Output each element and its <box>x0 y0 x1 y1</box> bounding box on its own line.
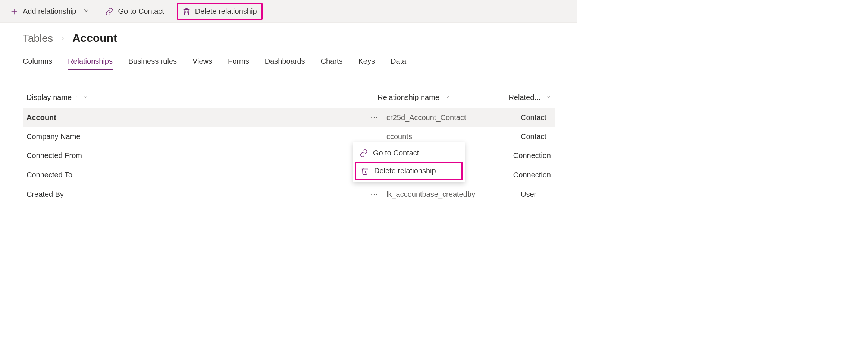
cell-display-name: Connected From <box>26 151 357 160</box>
chevron-down-icon <box>445 94 450 101</box>
breadcrumb-root[interactable]: Tables <box>23 32 53 44</box>
content-area: Tables Account Columns Relationships Bus… <box>0 23 577 204</box>
column-header-related-label: Related... <box>508 93 540 102</box>
trash-icon <box>361 167 369 175</box>
delete-relationship-button[interactable]: Delete relationship <box>177 3 263 20</box>
link-icon <box>105 7 113 16</box>
row-more-actions[interactable]: ⋯ <box>362 190 386 199</box>
command-bar: Add relationship Go to Contact Delete re… <box>0 0 577 23</box>
cell-display-name: Account <box>26 113 362 122</box>
column-header-relationship-name-label: Relationship name <box>377 93 439 102</box>
table-row[interactable]: Connected From s1 Connection <box>23 146 555 165</box>
table-header: Display name ↑ Relationship name Related… <box>23 93 555 108</box>
context-menu: Go to Contact Delete relationship <box>353 142 465 182</box>
link-icon <box>360 149 368 157</box>
goto-contact-label: Go to Contact <box>118 7 164 16</box>
column-header-related[interactable]: Related... <box>508 93 551 102</box>
table-row[interactable]: Company Name ccounts Contact <box>23 127 555 146</box>
cell-related: Contact <box>521 113 551 122</box>
tab-charts[interactable]: Charts <box>321 57 343 70</box>
tab-views[interactable]: Views <box>192 57 212 70</box>
column-header-relationship-name[interactable]: Relationship name <box>377 93 508 102</box>
add-relationship-label: Add relationship <box>23 7 76 16</box>
column-header-display-name-label: Display name <box>26 93 72 102</box>
cell-relationship-name: ccounts <box>386 132 521 141</box>
cell-relationship-name: cr25d_Account_Contact <box>386 113 521 122</box>
context-delete-label: Delete relationship <box>374 167 436 175</box>
app-frame: Add relationship Go to Contact Delete re… <box>0 0 577 231</box>
chevron-down-icon <box>83 94 88 101</box>
cell-relationship-name: lk_accountbase_createdby <box>386 190 521 199</box>
table-row[interactable]: Connected To ⋯ account_connections2 Conn… <box>23 165 555 184</box>
plus-icon <box>10 7 18 16</box>
cell-display-name: Created By <box>26 190 362 199</box>
chevron-down-icon <box>82 6 90 16</box>
table-row[interactable]: Created By ⋯ lk_accountbase_createdby Us… <box>23 184 555 204</box>
cell-related: User <box>521 190 551 199</box>
add-relationship-button[interactable]: Add relationship <box>8 5 93 18</box>
context-delete-relationship[interactable]: Delete relationship <box>355 162 463 180</box>
cell-display-name: Connected To <box>26 171 357 179</box>
context-goto-label: Go to Contact <box>373 149 419 157</box>
tab-bar: Columns Relationships Business rules Vie… <box>23 57 555 71</box>
cell-display-name: Company Name <box>26 132 362 141</box>
tab-dashboards[interactable]: Dashboards <box>265 57 305 70</box>
tab-data[interactable]: Data <box>391 57 406 70</box>
tab-business-rules[interactable]: Business rules <box>128 57 177 70</box>
tab-keys[interactable]: Keys <box>358 57 375 70</box>
delete-relationship-label: Delete relationship <box>195 7 257 16</box>
breadcrumb-current: Account <box>72 32 117 44</box>
cell-related: Connection <box>513 151 551 160</box>
context-goto-contact[interactable]: Go to Contact <box>353 144 465 162</box>
cell-related: Connection <box>513 171 551 179</box>
column-header-display-name[interactable]: Display name ↑ <box>26 93 377 102</box>
chevron-down-icon <box>546 94 551 101</box>
table-row[interactable]: Account ⋯ cr25d_Account_Contact Contact <box>23 108 555 127</box>
breadcrumb: Tables Account <box>23 32 555 44</box>
goto-contact-button[interactable]: Go to Contact <box>103 6 166 17</box>
chevron-right-icon <box>60 34 66 44</box>
row-more-actions[interactable]: ⋯ <box>362 113 386 122</box>
sort-asc-icon: ↑ <box>75 94 78 101</box>
tab-relationships[interactable]: Relationships <box>68 57 113 70</box>
cell-related: Contact <box>521 132 551 141</box>
tab-forms[interactable]: Forms <box>228 57 249 70</box>
tab-columns[interactable]: Columns <box>23 57 52 70</box>
trash-icon <box>182 7 191 16</box>
